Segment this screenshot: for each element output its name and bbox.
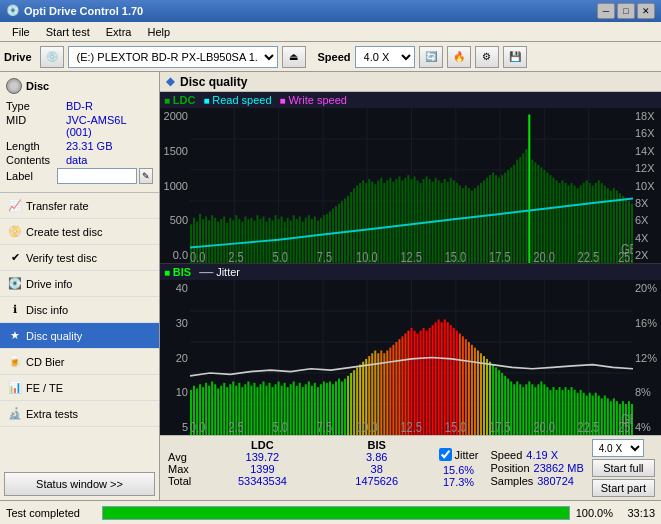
svg-rect-82 (395, 179, 397, 263)
svg-rect-254 (392, 345, 394, 435)
svg-rect-285 (486, 359, 488, 435)
svg-rect-61 (332, 209, 334, 263)
svg-rect-123 (519, 157, 521, 263)
svg-text:17.5: 17.5 (489, 248, 511, 263)
disc-label-btn[interactable]: ✎ (139, 168, 153, 184)
speed-label: Speed (318, 51, 351, 63)
sidebar-item-disc-quality[interactable]: ★ Disc quality (0, 323, 159, 349)
total-bis: 1475626 (323, 475, 431, 487)
samples-label: Samples (490, 475, 533, 487)
svg-text:5.0: 5.0 (273, 248, 288, 263)
speed-row: Speed 4.19 X (490, 449, 583, 461)
svg-text:2.5: 2.5 (228, 248, 243, 263)
menu-extra[interactable]: Extra (98, 24, 140, 40)
svg-rect-308 (555, 390, 557, 435)
svg-rect-52 (305, 218, 307, 263)
svg-rect-268 (435, 322, 437, 435)
svg-rect-238 (344, 379, 346, 435)
svg-text:0.0: 0.0 (190, 248, 205, 263)
speed-select-results[interactable]: 4.0 X (592, 439, 644, 457)
chart2-svg: 0.0 2.5 5.0 7.5 10.0 12.5 15.0 17.5 20.0… (190, 280, 633, 435)
svg-text:20.0: 20.0 (533, 418, 555, 435)
svg-rect-226 (308, 381, 310, 435)
svg-rect-311 (565, 387, 567, 435)
speed-avg-value: 4.19 X (526, 449, 558, 461)
svg-rect-220 (290, 384, 292, 435)
status-window-button[interactable]: Status window >> (4, 472, 155, 496)
menu-start-test[interactable]: Start test (38, 24, 98, 40)
svg-rect-194 (211, 381, 213, 435)
svg-rect-139 (568, 186, 570, 264)
options-button[interactable]: ⚙ (475, 46, 499, 68)
disc-label-input[interactable] (57, 168, 137, 184)
menu-file[interactable]: File (4, 24, 38, 40)
svg-rect-325 (607, 398, 609, 435)
sidebar-item-transfer-rate[interactable]: 📈 Transfer rate (0, 193, 159, 219)
svg-rect-51 (302, 222, 304, 263)
close-button[interactable]: ✕ (637, 3, 655, 19)
jitter-label: Jitter (455, 449, 479, 461)
write-speed-legend: ■ Write speed (280, 94, 347, 106)
jitter-checkbox[interactable] (439, 448, 452, 461)
svg-rect-221 (293, 381, 295, 435)
svg-rect-193 (208, 386, 210, 435)
eject-button[interactable]: ⏏ (282, 46, 306, 68)
sidebar-item-disc-info[interactable]: ℹ Disc info (0, 297, 159, 323)
svg-rect-33 (247, 219, 249, 263)
disc-type-label: Type (6, 100, 66, 112)
total-ldc: 53343534 (202, 475, 323, 487)
sidebar-item-create-test-disc[interactable]: 📀 Create test disc (0, 219, 159, 245)
svg-rect-324 (604, 396, 606, 435)
svg-rect-206 (247, 381, 249, 435)
sidebar-item-cd-bier[interactable]: 🍺 CD Bier (0, 349, 159, 375)
svg-rect-91 (423, 179, 425, 263)
drive-icon-btn[interactable]: 💿 (40, 46, 64, 68)
svg-rect-298 (525, 384, 527, 435)
disc-length-value: 23.31 GB (66, 140, 153, 152)
start-part-button[interactable]: Start part (592, 479, 655, 497)
svg-rect-48 (293, 215, 295, 263)
svg-rect-240 (350, 373, 352, 435)
sidebar-item-drive-info[interactable]: 💽 Drive info (0, 271, 159, 297)
save-button[interactable]: 💾 (503, 46, 527, 68)
svg-text:0.0: 0.0 (190, 418, 205, 435)
avg-ldc: 139.72 (202, 451, 323, 463)
maximize-button[interactable]: □ (617, 3, 635, 19)
svg-rect-235 (335, 381, 337, 435)
sidebar-item-fe-te[interactable]: 📊 FE / TE (0, 375, 159, 401)
svg-rect-24 (220, 219, 222, 263)
max-ldc: 1399 (202, 463, 323, 475)
disc-label-label: Label (6, 170, 55, 182)
svg-rect-49 (296, 219, 298, 263)
svg-rect-295 (516, 381, 518, 435)
disc-type-value: BD-R (66, 100, 153, 112)
burn-button[interactable]: 🔥 (447, 46, 471, 68)
drive-label: Drive (4, 51, 32, 63)
svg-text:5.0: 5.0 (273, 418, 288, 435)
toolbar: Drive 💿 (E:) PLEXTOR BD-R PX-LB950SA 1.0… (0, 42, 661, 72)
minimize-button[interactable]: ─ (597, 3, 615, 19)
svg-rect-151 (604, 186, 606, 264)
transfer-rate-icon: 📈 (8, 199, 22, 213)
svg-rect-225 (305, 384, 307, 435)
drive-info-icon: 💽 (8, 277, 22, 291)
sidebar-nav: 📈 Transfer rate 📀 Create test disc ✔ Ver… (0, 193, 159, 468)
svg-text:10.0: 10.0 (356, 418, 378, 435)
samples-value: 380724 (537, 475, 574, 487)
sidebar-item-verify-test-disc[interactable]: ✔ Verify test disc (0, 245, 159, 271)
start-full-button[interactable]: Start full (592, 459, 655, 477)
sidebar-item-extra-tests[interactable]: 🔬 Extra tests (0, 401, 159, 427)
svg-rect-138 (565, 183, 567, 263)
svg-rect-269 (438, 319, 440, 435)
svg-rect-50 (299, 217, 301, 264)
bottom-bar: Test completed 100.0% 33:13 (0, 500, 661, 524)
extra-tests-icon: 🔬 (8, 407, 22, 421)
drive-select[interactable]: (E:) PLEXTOR BD-R PX-LB950SA 1.06 (68, 46, 278, 68)
speed-select[interactable]: 4.0 X (355, 46, 415, 68)
svg-rect-107 (471, 191, 473, 263)
refresh-button[interactable]: 🔄 (419, 46, 443, 68)
svg-rect-25 (223, 217, 225, 264)
svg-rect-65 (344, 198, 346, 263)
svg-rect-196 (217, 389, 219, 436)
menu-help[interactable]: Help (139, 24, 178, 40)
